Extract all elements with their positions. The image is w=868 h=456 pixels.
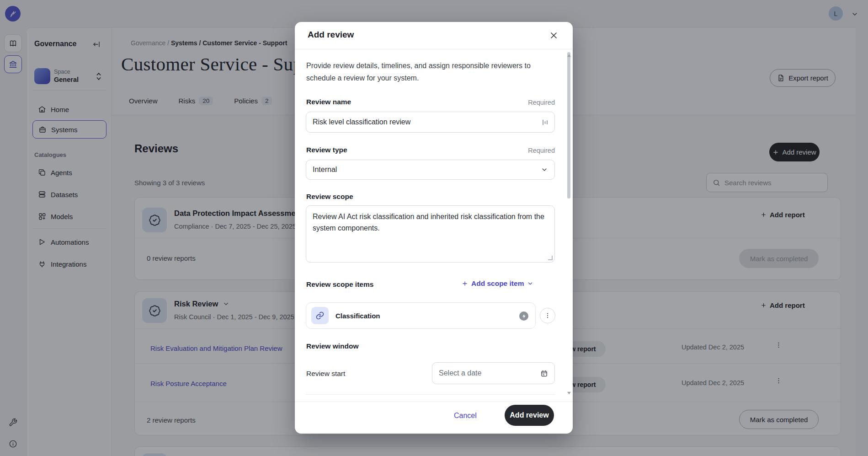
modal-add-review-label: Add review [510, 411, 548, 419]
review-name-value: Risk level classification review [313, 118, 542, 126]
scope-items-label: Review scope items [306, 280, 373, 289]
modal-scrollbar-down-arrow[interactable] [567, 392, 571, 395]
chevron-down-icon [541, 166, 548, 173]
plus-icon [462, 280, 468, 287]
review-scope-value: Review AI Act risk classification and in… [313, 213, 544, 232]
cancel-button[interactable]: Cancel [454, 412, 477, 420]
required-label: Required [510, 147, 555, 154]
review-name-label: Review name [306, 98, 351, 106]
review-type-select[interactable]: Internal [306, 160, 555, 180]
review-type-value: Internal [313, 166, 541, 174]
modal-footer-divider [295, 402, 573, 402]
scope-item-kebab-menu[interactable] [540, 308, 555, 323]
modal-add-review-button[interactable]: Add review [505, 405, 554, 426]
add-review-modal: Add review Provide review details, timel… [295, 22, 573, 434]
close-icon[interactable] [547, 28, 560, 42]
autofill-bars-icon [542, 119, 548, 126]
review-scope-label: Review scope [306, 193, 353, 201]
modal-scrollbar-thumb[interactable] [567, 52, 570, 198]
review-start-label: Review start [306, 370, 345, 378]
date-placeholder: Select a date [439, 369, 481, 377]
modal-header-divider [295, 49, 573, 49]
review-window-label: Review window [306, 342, 359, 350]
field-row-divider [306, 394, 555, 395]
review-type-label: Review type [306, 146, 347, 154]
add-scope-item-button[interactable]: Add scope item [462, 279, 533, 288]
resize-handle[interactable] [548, 256, 553, 260]
link-icon [311, 307, 329, 324]
scope-item-name: Classification [335, 312, 380, 320]
chevron-down-icon [527, 280, 533, 287]
add-scope-item-label: Add scope item [471, 279, 524, 288]
calendar-icon [540, 370, 548, 377]
lightning-icon [519, 311, 528, 321]
review-scope-textarea[interactable]: Review AI Act risk classification and in… [306, 205, 555, 263]
review-start-date-input[interactable]: Select a date [432, 362, 555, 384]
modal-scrollbar-up-arrow[interactable] [567, 54, 571, 57]
modal-description: Provide review details, timelines, and a… [306, 59, 535, 84]
modal-title: Add review [308, 30, 354, 40]
required-label: Required [510, 99, 555, 106]
scope-item-row[interactable]: Classification [306, 302, 536, 329]
review-name-input[interactable]: Risk level classification review [306, 112, 555, 133]
